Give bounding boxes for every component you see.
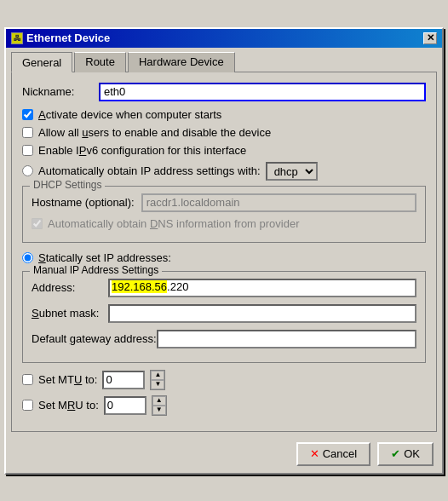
activate-checkbox[interactable] [22,109,33,120]
mtu-label: Set MTU to: [38,373,97,386]
main-content: Nickname: Activate device when computer … [11,72,437,432]
mtu-input[interactable] [102,371,145,389]
static-ip-label: Statically set IP addresses: [38,251,171,264]
title-bar: 🖧 Ethernet Device ✕ [6,29,442,48]
close-button[interactable]: ✕ [423,32,437,44]
button-bar: ✕ Cancel ✔ OK [6,437,442,473]
auto-dns-label: Automatically obtain DNS information fro… [48,217,300,230]
mru-checkbox[interactable] [22,400,33,411]
hostname-input[interactable] [141,193,416,212]
mtu-spinner: ▲ ▼ [150,370,165,390]
hostname-row: Hostname (optional): [32,193,416,212]
tab-hardware-device[interactable]: Hardware Device [128,52,235,72]
auto-ip-radio[interactable] [22,165,33,176]
auto-ip-row: Automatically obtain IP address settings… [22,162,426,181]
window-title: Ethernet Device [26,32,110,44]
address-label: Address: [32,281,108,294]
nickname-row: Nickname: [22,83,426,101]
static-ip-row: Statically set IP addresses: [22,251,426,264]
gateway-label: Default gateway address: [32,332,157,345]
mru-input[interactable] [104,396,146,415]
auto-dns-checkbox[interactable] [32,218,43,229]
ok-label: OK [404,447,420,460]
tab-route[interactable]: Route [74,52,126,72]
allusers-checkbox-row: Allow all users to enable and disable th… [22,126,426,139]
cancel-label: Cancel [323,447,357,460]
hostname-label: Hostname (optional): [32,196,135,209]
mru-up-button[interactable]: ▲ [152,396,166,406]
mru-label: Set MRU to: [38,399,99,412]
dhcp-settings-group: DHCP Settings Hostname (optional): Autom… [22,186,426,243]
manual-ip-label: Manual IP Address Settings [30,264,162,276]
ethernet-device-window: 🖧 Ethernet Device ✕ General Route Hardwa… [4,27,444,475]
mtu-up-button[interactable]: ▲ [151,371,164,380]
ipv6-checkbox[interactable] [22,145,33,156]
auto-dns-row: Automatically obtain DNS information fro… [32,217,416,230]
mtu-row: Set MTU to: ▲ ▼ [22,370,426,390]
mru-row: Set MRU to: ▲ ▼ [22,395,426,416]
ipv6-label: Enable IPv6 configuration for this inter… [38,144,246,157]
subnet-input[interactable]: 255.255.255.0 [108,304,416,323]
ok-button[interactable]: ✔ OK [377,442,434,466]
nickname-input[interactable] [99,83,426,101]
title-bar-left: 🖧 Ethernet Device [11,32,110,44]
dhcp-select[interactable]: dhcp [266,162,318,181]
gateway-row: Default gateway address: [32,330,416,348]
auto-ip-label: Automatically obtain IP address settings… [38,164,261,177]
activate-label: Activate device when computer starts [38,108,221,121]
tab-general[interactable]: General [11,52,72,72]
ok-icon: ✔ [391,447,400,460]
cancel-icon: ✕ [310,447,319,460]
network-icon: 🖧 [11,32,23,44]
cancel-button[interactable]: ✕ Cancel [296,442,370,466]
subnet-label: Subnet mask: [32,307,108,320]
manual-ip-group: Manual IP Address Settings Address: 192.… [22,271,426,363]
static-ip-radio[interactable] [22,252,33,263]
nickname-label: Nickname: [22,85,99,98]
address-row: Address: 192.168.56.220 [32,279,416,297]
activate-checkbox-row: Activate device when computer starts [22,108,426,121]
dhcp-group-label: DHCP Settings [30,179,105,191]
mtu-checkbox[interactable] [22,374,33,385]
address-input[interactable] [108,279,416,297]
mru-down-button[interactable]: ▼ [152,406,166,415]
subnet-row: Subnet mask: 255.255.255.0 [32,304,416,323]
gateway-input[interactable] [157,330,416,348]
ipv6-checkbox-row: Enable IPv6 configuration for this inter… [22,144,426,157]
mtu-down-button[interactable]: ▼ [151,380,164,389]
tab-bar: General Route Hardware Device [6,48,442,72]
allusers-checkbox[interactable] [22,127,33,138]
mru-spinner: ▲ ▼ [152,395,167,416]
allusers-label: Allow all users to enable and disable th… [38,126,271,139]
